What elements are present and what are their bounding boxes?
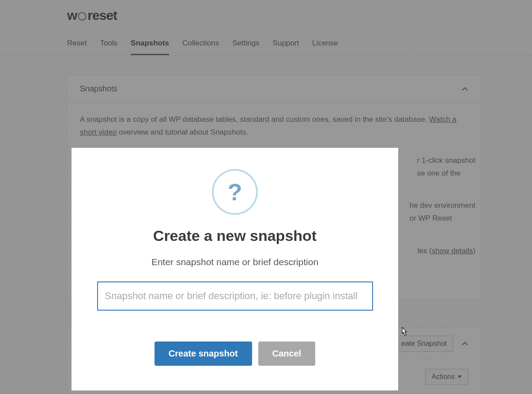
- cancel-button[interactable]: Cancel: [258, 341, 316, 366]
- modal-title: Create a new snapshot: [94, 227, 376, 244]
- snapshot-name-input[interactable]: [97, 281, 373, 311]
- create-snapshot-modal: ? Create a new snapshot Enter snapshot n…: [72, 148, 398, 390]
- question-icon: ?: [212, 169, 258, 215]
- modal-button-row: Create snapshot Cancel: [94, 341, 376, 366]
- modal-subtitle: Enter snapshot name or brief description: [94, 257, 376, 267]
- confirm-create-snapshot-button[interactable]: Create snapshot: [155, 341, 252, 366]
- page-root: w reset Reset Tools Snapshots Collection…: [0, 0, 532, 394]
